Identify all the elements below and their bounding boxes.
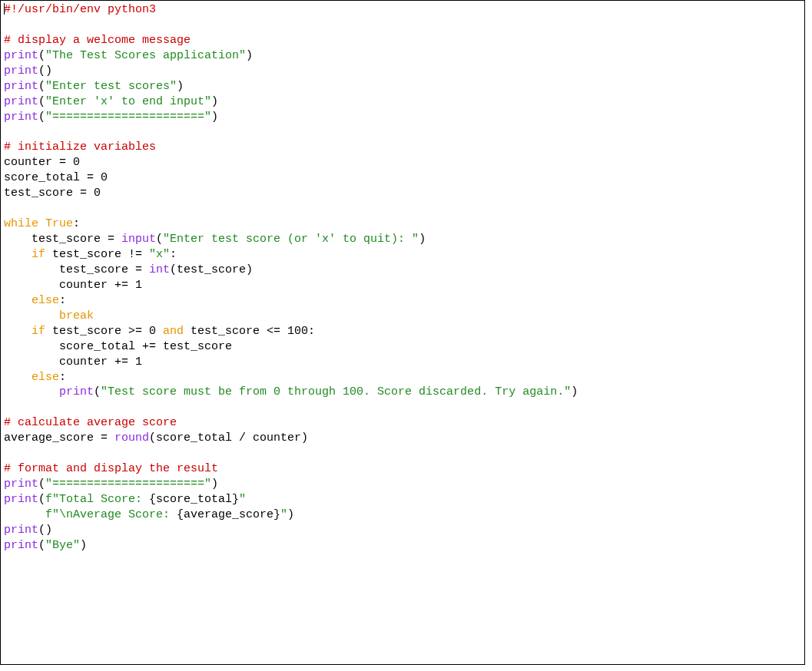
code-token: test_score >= 0 <box>45 325 163 338</box>
code-token: ) <box>211 95 218 108</box>
code-line[interactable]: test_score = int(test_score) <box>4 263 801 278</box>
code-token: : <box>59 294 66 307</box>
code-token: : <box>170 248 177 261</box>
code-line[interactable]: if test_score >= 0 and test_score <= 100… <box>4 324 801 339</box>
code-line[interactable]: print("Enter 'x' to end input") <box>4 94 801 110</box>
code-token: {score_total} <box>149 493 239 506</box>
code-token: while <box>4 217 38 230</box>
code-line[interactable]: while True: <box>4 217 801 232</box>
code-line[interactable]: else: <box>4 370 801 385</box>
code-line[interactable]: print("======================") <box>4 110 801 125</box>
code-token: else <box>31 294 59 307</box>
code-token: print <box>4 493 38 506</box>
code-token: if <box>31 248 45 261</box>
code-token: True <box>45 217 73 230</box>
code-line[interactable]: print() <box>4 64 801 79</box>
code-token: counter = 0 <box>4 156 80 169</box>
code-token: test_score = 0 <box>4 187 101 200</box>
code-token: int <box>149 263 170 276</box>
code-line[interactable]: if test_score != "x": <box>4 247 801 263</box>
code-token: "Test score must be from 0 through 100. … <box>101 385 571 398</box>
code-line[interactable]: else: <box>4 293 801 309</box>
code-line[interactable]: print("Enter test scores") <box>4 79 801 94</box>
code-line[interactable] <box>4 446 801 461</box>
code-token: print <box>4 95 38 108</box>
code-line[interactable] <box>4 201 801 217</box>
code-token <box>4 325 31 338</box>
code-token: ) <box>211 478 218 491</box>
code-line[interactable]: break <box>4 309 801 324</box>
code-token: "x" <box>149 248 170 261</box>
code-token: round <box>114 431 149 445</box>
code-token: ) <box>246 49 253 62</box>
code-token: break <box>59 309 94 322</box>
code-token: ( <box>38 493 45 506</box>
code-line[interactable]: # display a welcome message <box>4 33 801 48</box>
code-editor[interactable]: #!/usr/bin/env python3 # display a welco… <box>0 0 805 665</box>
code-token: " <box>280 508 287 521</box>
code-token: ) <box>80 539 87 552</box>
code-line[interactable]: test_score = input("Enter test score (or… <box>4 232 801 247</box>
code-line[interactable]: #!/usr/bin/env python3 <box>4 2 801 18</box>
code-token: "======================" <box>45 111 211 124</box>
code-line[interactable] <box>4 18 801 33</box>
code-line[interactable]: test_score = 0 <box>4 186 801 201</box>
code-token: (test_score) <box>170 263 253 276</box>
code-token: ( <box>38 539 45 552</box>
code-token <box>4 294 31 307</box>
code-token: score_total += test_score <box>4 340 232 353</box>
code-line[interactable]: print() <box>4 523 801 538</box>
code-token: ( <box>38 49 45 62</box>
code-token: ( <box>38 95 45 108</box>
code-token: # calculate average score <box>4 416 177 429</box>
code-token: # display a welcome message <box>4 34 191 47</box>
code-line[interactable]: print("======================") <box>4 477 801 492</box>
code-token: : <box>59 371 66 384</box>
code-token: counter += 1 <box>4 355 142 369</box>
code-line[interactable]: # format and display the result <box>4 461 801 477</box>
code-line[interactable]: f"\nAverage Score: {average_score}") <box>4 507 801 523</box>
code-line[interactable]: print("The Test Scores application") <box>4 48 801 64</box>
code-line[interactable]: print("Bye") <box>4 538 801 554</box>
code-line[interactable]: counter = 0 <box>4 155 801 170</box>
code-token: average_score = <box>4 431 114 445</box>
code-token: print <box>4 49 38 62</box>
code-token: ( <box>38 80 45 93</box>
code-line[interactable]: counter += 1 <box>4 278 801 293</box>
code-token: f"\nAverage Score: <box>45 508 177 521</box>
code-token: ) <box>177 80 184 93</box>
code-token: score_total = 0 <box>4 171 108 184</box>
code-token: ( <box>38 111 45 124</box>
code-token: (score_total / counter) <box>149 431 308 445</box>
code-line[interactable]: counter += 1 <box>4 355 801 370</box>
code-line[interactable]: # calculate average score <box>4 415 801 431</box>
code-token: () <box>38 64 52 78</box>
code-token: "Enter 'x' to end input" <box>45 95 211 108</box>
code-token: ) <box>571 385 578 398</box>
code-line[interactable] <box>4 400 801 415</box>
code-token: ) <box>211 111 218 124</box>
code-line[interactable]: print(f"Total Score: {score_total}" <box>4 492 801 507</box>
code-token: () <box>38 524 52 537</box>
code-line[interactable]: average_score = round(score_total / coun… <box>4 431 801 446</box>
code-token: ( <box>38 478 45 491</box>
code-token <box>4 371 31 384</box>
code-line[interactable]: score_total += test_score <box>4 339 801 355</box>
code-token: {average_score} <box>177 508 280 521</box>
code-token: test_score != <box>45 248 149 261</box>
code-token: input <box>121 233 156 246</box>
code-token <box>4 508 45 521</box>
code-token: "The Test Scores application" <box>45 49 246 62</box>
code-token: : <box>73 217 80 230</box>
code-token: "Enter test score (or 'x' to quit): " <box>163 233 419 246</box>
code-line[interactable] <box>4 125 801 140</box>
code-token: print <box>4 539 38 552</box>
code-token: f"Total Score: <box>45 493 149 506</box>
code-token: ) <box>287 508 294 521</box>
code-line[interactable]: print("Test score must be from 0 through… <box>4 385 801 400</box>
code-line[interactable]: # initialize variables <box>4 140 801 155</box>
code-token: ) <box>419 233 426 246</box>
code-token: test_score = <box>4 233 121 246</box>
code-token: "Enter test scores" <box>45 80 177 93</box>
code-line[interactable]: score_total = 0 <box>4 170 801 186</box>
